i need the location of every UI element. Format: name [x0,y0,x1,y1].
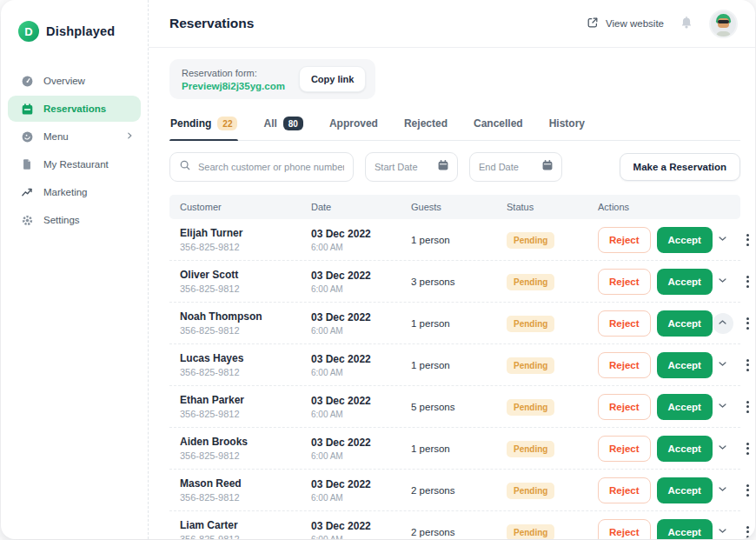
date-cell: 03 Dec 2022 6:00 AM [311,228,411,252]
status-cell: Pending [507,398,598,416]
sidebar-item-reservations[interactable]: Reservations [8,96,141,122]
tab-approved[interactable]: Approved [328,114,379,139]
reservation-date: 03 Dec 2022 [311,353,411,365]
guest-count: 1 person [411,235,507,245]
customer-name: Elijah Turner [180,227,311,239]
accept-button[interactable]: Accept [657,227,713,253]
row-menu-button[interactable] [744,273,752,290]
customer-phone: 356-825-9812 [180,492,311,503]
start-date-input[interactable] [375,162,430,172]
actions-cell: Reject Accept [598,436,753,462]
pending-count-badge: 22 [217,117,237,130]
sidebar-item-marketing[interactable]: Marketing [8,179,141,205]
row-menu-button[interactable] [744,523,752,540]
sidebar-item-menu[interactable]: Menu [8,123,141,150]
expand-row-button[interactable] [713,480,733,501]
actions-cell: Reject Accept [598,394,753,420]
customer-cell: Aiden Brooks 356-825-9812 [180,436,311,461]
view-website-label: View website [606,18,664,29]
column-header-customer: Customer [180,202,311,212]
customer-cell: Mason Reed 356-825-9812 [180,477,311,503]
accept-button[interactable]: Accept [657,310,713,337]
reject-button[interactable]: Reject [598,227,651,253]
accept-button[interactable]: Accept [657,477,713,503]
make-reservation-button[interactable]: Make a Reservation [620,153,740,181]
table-row: Lucas Hayes 356-825-9812 03 Dec 2022 6:0… [169,344,740,386]
status-badge: Pending [507,357,554,374]
row-menu-button[interactable] [744,315,752,332]
accept-button[interactable]: Accept [657,436,713,462]
reject-button[interactable]: Reject [598,352,651,378]
tab-history[interactable]: History [548,114,586,139]
row-tools [713,397,753,417]
view-website-button[interactable]: View website [587,17,664,30]
reservation-time: 6:00 AM [311,284,411,294]
table-row: Oliver Scott 356-825-9812 03 Dec 2022 6:… [169,261,740,303]
expand-row-button[interactable] [713,313,733,334]
dishplayed-logo-icon: D [18,21,39,42]
reject-button[interactable]: Reject [598,436,651,462]
guest-count: 2 persons [411,485,507,496]
row-tools [713,480,753,501]
expand-row-button[interactable] [713,230,733,250]
sidebar-item-settings[interactable]: Settings [8,207,141,233]
main-panel: Reservations View website [149,0,755,539]
tab-label: Approved [329,117,378,130]
notifications-button[interactable] [680,16,693,32]
accept-button[interactable]: Accept [657,519,713,540]
kebab-icon [746,526,749,529]
row-menu-button[interactable] [744,357,752,374]
sidebar-item-my-restaurant[interactable]: My Restaurant [8,151,141,177]
kebab-icon [746,443,749,445]
row-menu-button[interactable] [744,440,752,457]
chevron-down-icon [717,275,728,289]
reject-button[interactable]: Reject [598,519,651,540]
reject-button[interactable]: Reject [598,269,651,295]
sidebar: D Dishplayed Overview Reservations Men [1,0,149,539]
expand-row-button[interactable] [713,355,733,376]
reservation-date: 03 Dec 2022 [311,270,411,282]
end-date-input[interactable] [479,162,534,172]
guest-count: 1 person [411,318,507,329]
reservation-date: 03 Dec 2022 [311,311,411,323]
top-header: Reservations View website [149,0,755,48]
row-tools [713,355,753,376]
copy-link-button[interactable]: Copy link [299,66,367,92]
status-cell: Pending [507,231,598,249]
customer-cell: Lucas Hayes 356-825-9812 [180,352,311,377]
customer-cell: Oliver Scott 356-825-9812 [180,269,311,294]
expand-row-button[interactable] [713,271,733,292]
table-row: Ethan Parker 356-825-9812 03 Dec 2022 6:… [169,386,740,428]
chevron-down-icon [717,400,728,414]
row-menu-button[interactable] [744,482,752,499]
calendar-picker-icon [541,159,554,175]
row-menu-button[interactable] [744,231,752,249]
table-row: Elijah Turner 356-825-9812 03 Dec 2022 6… [169,219,740,261]
accept-button[interactable]: Accept [657,269,713,295]
date-cell: 03 Dec 2022 6:00 AM [311,520,411,540]
tab-label: Cancelled [474,117,523,130]
tab-pending[interactable]: Pending 22 [169,113,238,140]
tab-all[interactable]: All 80 [262,113,303,140]
status-badge: Pending [507,232,554,249]
reservation-form-link[interactable]: Previewj8i2j35yg.com [182,81,285,91]
user-avatar[interactable] [709,10,738,38]
reject-button[interactable]: Reject [598,394,651,420]
tab-rejected[interactable]: Rejected [403,114,448,139]
customer-phone: 356-825-9812 [180,534,311,539]
accept-button[interactable]: Accept [657,394,713,420]
accept-button[interactable]: Accept [657,352,713,378]
reject-button[interactable]: Reject [598,477,651,503]
sidebar-item-overview[interactable]: Overview [8,68,141,94]
search-input[interactable] [198,162,344,172]
tab-cancelled[interactable]: Cancelled [473,114,524,139]
customer-phone: 356-825-9812 [180,450,311,461]
start-date-field [365,152,458,182]
row-menu-button[interactable] [744,398,752,416]
expand-row-button[interactable] [713,438,733,459]
reject-button[interactable]: Reject [598,310,651,337]
expand-row-button[interactable] [713,397,733,417]
date-cell: 03 Dec 2022 6:00 AM [311,395,411,419]
date-cell: 03 Dec 2022 6:00 AM [311,311,411,336]
expand-row-button[interactable] [713,522,733,540]
